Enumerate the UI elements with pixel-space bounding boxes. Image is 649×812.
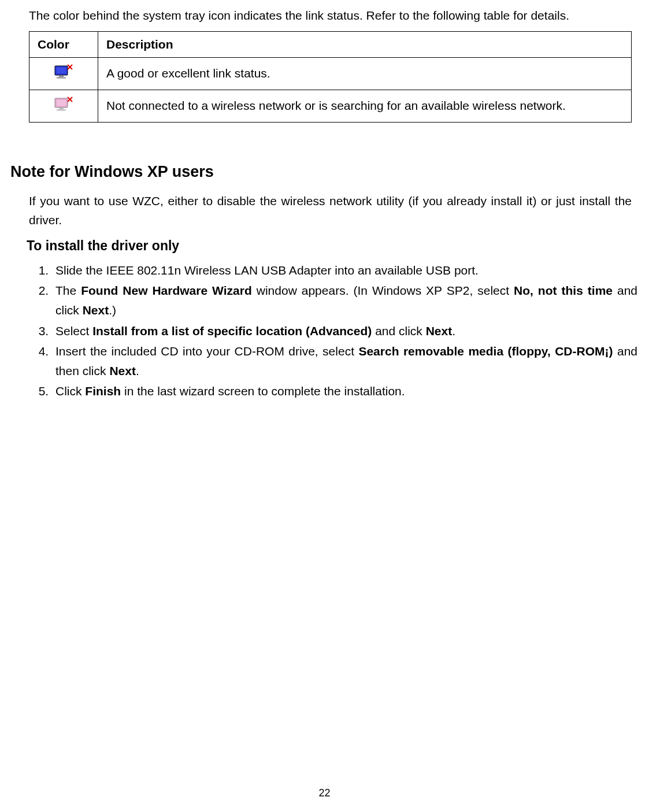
step-item: The Found New Hardware Wizard window app…: [52, 281, 637, 320]
bold-text: Install from a list of specific location…: [92, 324, 372, 338]
table-row: Not connected to a wireless network or i…: [29, 90, 632, 122]
bold-text: No, not this time: [514, 284, 613, 297]
bold-text: Found New Hardware Wizard: [81, 284, 252, 297]
desc-cell-connected: A good or excellent link status.: [98, 57, 632, 90]
svg-rect-2: [59, 75, 64, 77]
svg-rect-7: [57, 100, 66, 106]
table-header-color: Color: [29, 31, 98, 57]
step-item: Insert the included CD into your CD-ROM …: [52, 342, 637, 380]
text: in the last wizard screen to complete th…: [121, 384, 405, 398]
icon-cell-connected: [29, 57, 98, 90]
bold-text: Next: [109, 364, 136, 377]
bold-text: Next: [83, 303, 109, 317]
text: The: [55, 284, 81, 297]
icon-cell-disconnected: [29, 90, 98, 122]
svg-rect-1: [57, 68, 66, 73]
bold-text: Next: [426, 324, 453, 338]
page-number: 22: [0, 787, 649, 799]
step-item: Click Finish in the last wizard screen t…: [52, 381, 637, 401]
step-item: Slide the IEEE 802.11n Wireless LAN USB …: [52, 261, 637, 280]
bold-text: Finish: [85, 384, 121, 398]
section-heading: Note for Windows XP users: [10, 163, 643, 181]
document-page: The color behind the system tray icon in…: [0, 0, 649, 414]
text: Select: [55, 324, 92, 338]
step-item: Select Install from a list of specific l…: [52, 321, 637, 341]
status-table: Color Description: [29, 31, 632, 123]
svg-rect-3: [57, 77, 66, 79]
tray-icon-blue: [54, 64, 73, 81]
svg-rect-9: [57, 109, 66, 111]
subsection-heading: To install the driver only: [27, 238, 643, 254]
intro-paragraph: The color behind the system tray icon in…: [29, 6, 632, 25]
text: .: [136, 364, 139, 377]
text: Insert the included CD into your CD-ROM …: [55, 344, 358, 358]
svg-rect-8: [59, 107, 64, 109]
text: .): [109, 303, 116, 317]
text: Click: [55, 384, 85, 398]
table-row: A good or excellent link status.: [29, 57, 632, 90]
section-paragraph: If you want to use WZC, either to disabl…: [29, 191, 632, 230]
tray-icon-pink: [54, 96, 73, 113]
table-header-description: Description: [98, 31, 632, 57]
steps-list: Slide the IEEE 802.11n Wireless LAN USB …: [29, 261, 637, 401]
text: Slide the IEEE 802.11n Wireless LAN USB …: [55, 264, 479, 277]
desc-cell-disconnected: Not connected to a wireless network or i…: [98, 90, 632, 122]
text: window appears. (In Windows XP SP2, sele…: [252, 284, 514, 297]
text: .: [452, 324, 455, 338]
text: and click: [372, 324, 425, 338]
bold-text: Search removable media (floppy, CD-ROM¡­…: [358, 344, 613, 358]
